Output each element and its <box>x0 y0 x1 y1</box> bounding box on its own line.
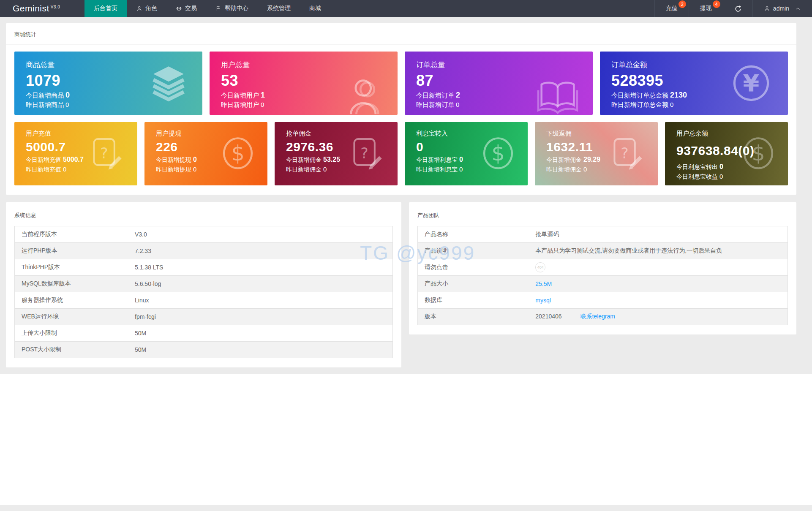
stats-section-title: 商城统计 <box>6 23 796 45</box>
username: admin <box>773 5 789 12</box>
stat-card-interest-in: 利息宝转入 0 今日新增利息宝0 昨日新增利息宝0 $ <box>405 122 528 185</box>
card-value: 87 <box>416 72 593 90</box>
menu-item-system-management[interactable]: 系统管理 <box>258 0 300 17</box>
brand-logo[interactable]: GeministV3.0 <box>0 0 84 17</box>
navbar-right: 充值 2 提现 4 admin <box>654 0 812 17</box>
stat-card-users-total: 用户总量 53 今日新增用户1 昨日新增用户0 <box>210 52 398 115</box>
recharge-label: 充值 <box>666 5 678 12</box>
card-title: 用户总余额 <box>676 130 788 138</box>
menu-label: 帮助中心 <box>225 5 248 12</box>
card-today-line: 今日利息宝转出0 <box>676 163 788 171</box>
card-title: 用户总量 <box>221 60 398 70</box>
table-row: 运行PHP版本7.2.33 <box>15 243 393 259</box>
menu-item-roles[interactable]: 角色 <box>127 0 166 17</box>
card-yesterday-line: 昨日新增订单0 <box>416 101 593 109</box>
card-yesterday-line: 昨日新增利息宝0 <box>416 166 528 174</box>
recharge-button[interactable]: 充值 2 <box>654 0 689 17</box>
card-value: 53 <box>221 72 398 90</box>
stat-cards-row-2: 用户充值 5000.7 今日新增充值5000.7 昨日新增充值0 ? 用户提现 … <box>14 122 788 185</box>
stat-card-user-recharge: 用户充值 5000.7 今日新增充值5000.7 昨日新增充值0 ? <box>14 122 137 185</box>
menu-label: 商城 <box>309 5 321 12</box>
withdraw-badge: 4 <box>713 0 720 8</box>
menu-label: 角色 <box>145 5 157 12</box>
404-badge[interactable]: 404 <box>535 262 545 272</box>
user-icon <box>136 5 142 12</box>
card-yesterday-line: 今日利息宝收益0 <box>676 173 788 181</box>
withdraw-label: 提现 <box>700 5 712 12</box>
card-today-line: 今日新增订单总金额2130 <box>611 91 788 100</box>
system-info-panel: 系统信息 当前程序版本V3.0 运行PHP版本7.2.33 ThinkPHP版本… <box>6 202 401 367</box>
user-menu[interactable]: admin <box>752 0 812 17</box>
menu-item-transactions[interactable]: 交易 <box>166 0 206 17</box>
mall-stats-panel: 商城统计 商品总量 1079 今日新增商品0 昨日新增商品0 <box>6 23 796 195</box>
card-title: 商品总量 <box>26 60 202 70</box>
card-value: 5000.7 <box>26 140 137 154</box>
scales-icon <box>176 5 182 12</box>
card-value: 528395 <box>611 72 788 90</box>
menu-item-dashboard[interactable]: 后台首页 <box>84 0 127 17</box>
page-content: 商城统计 商品总量 1079 今日新增商品0 昨日新增商品0 <box>0 17 812 374</box>
card-title: 抢单佣金 <box>286 130 398 138</box>
product-team-title: 产品团队 <box>409 202 796 226</box>
table-row: WEB运行环境fpm-fcgi <box>15 309 393 325</box>
bottom-panels: 系统信息 当前程序版本V3.0 运行PHP版本7.2.33 ThinkPHP版本… <box>6 202 796 367</box>
stat-cards-row-1: 商品总量 1079 今日新增商品0 昨日新增商品0 用户总量 53 今日新增用 <box>14 52 788 115</box>
system-info-table: 当前程序版本V3.0 运行PHP版本7.2.33 ThinkPHP版本5.1.3… <box>14 226 393 358</box>
card-value: 1079 <box>26 72 202 90</box>
card-title: 用户充值 <box>26 130 137 138</box>
card-yesterday-line: 昨日新增充值0 <box>26 166 137 174</box>
stat-card-order-amount-total: 订单总金额 528395 今日新增订单总金额2130 昨日新增订单总金额0 ¥ <box>600 52 788 115</box>
card-value: 226 <box>156 140 267 154</box>
table-row: 产品说明 本产品只为学习测试交流,请勿要做商业或者用于违法行为,一切后果自负 <box>418 243 788 259</box>
main-menu: 后台首页 角色 交易 帮助中心 系统管理 商城 <box>84 0 330 17</box>
menu-item-mall[interactable]: 商城 <box>300 0 330 17</box>
card-title: 订单总量 <box>416 60 593 70</box>
bottom-gutter <box>0 505 812 511</box>
card-today-line: 今日新增充值5000.7 <box>26 156 137 164</box>
person-icon <box>764 5 770 12</box>
menu-label: 系统管理 <box>267 5 291 12</box>
card-yesterday-line: 昨日新增提现0 <box>156 166 267 174</box>
table-row: MySQL数据库版本5.6.50-log <box>15 276 393 292</box>
stat-card-user-withdraw: 用户提现 226 今日新增提现0 昨日新增提现0 $ <box>144 122 267 185</box>
card-today-line: 今日新增佣金29.29 <box>546 156 658 164</box>
stat-card-goods-total: 商品总量 1079 今日新增商品0 昨日新增商品0 <box>14 52 202 115</box>
telegram-contact-link[interactable]: 联系telegram <box>580 313 615 320</box>
stat-card-downline-rebate: 下级返佣 1632.11 今日新增佣金29.29 昨日新增佣金0 ? <box>535 122 658 185</box>
refresh-icon <box>734 5 741 12</box>
brand-version: V3.0 <box>51 5 60 9</box>
flag-icon <box>215 5 222 12</box>
table-row: 版本 20210406 联系telegram <box>418 309 788 325</box>
card-value: 2976.36 <box>286 140 398 154</box>
card-yesterday-line: 昨日新增订单总金额0 <box>611 101 788 109</box>
product-team-panel: 产品团队 产品名称 抢单源码 产品说明 本产品只为学习测试交流,请勿要做商业或者… <box>409 202 796 334</box>
table-row: 上传大小限制50M <box>15 325 393 342</box>
card-today-line: 今日新增利息宝0 <box>416 156 528 164</box>
card-yesterday-line: 昨日新增佣金0 <box>546 166 658 174</box>
menu-item-help-center[interactable]: 帮助中心 <box>206 0 258 17</box>
card-yesterday-line: 昨日新增用户0 <box>221 101 398 109</box>
card-today-line: 今日新增佣金53.25 <box>286 156 398 164</box>
refresh-button[interactable] <box>723 0 752 17</box>
card-value: 1632.11 <box>546 140 658 154</box>
menu-label: 后台首页 <box>94 5 117 12</box>
top-navbar: GeministV3.0 后台首页 角色 交易 帮助中心 系统管理 商城 充值 … <box>0 0 812 17</box>
brand-name: Geminist <box>13 3 49 14</box>
stat-card-user-total-balance: 用户总余额 937638.84(0) 今日利息宝转出0 今日利息宝收益0 $ <box>665 122 788 185</box>
card-title: 利息宝转入 <box>416 130 528 138</box>
card-yesterday-line: 昨日新增商品0 <box>26 101 202 109</box>
card-value: 0 <box>416 140 528 154</box>
table-row: 产品名称 抢单源码 <box>418 226 788 243</box>
menu-label: 交易 <box>185 5 197 12</box>
card-today-line: 今日新增提现0 <box>156 156 267 164</box>
product-size-link[interactable]: 25.5M <box>535 280 552 287</box>
stat-cards: 商品总量 1079 今日新增商品0 昨日新增商品0 用户总量 53 今日新增用 <box>6 45 796 195</box>
withdraw-button[interactable]: 提现 4 <box>689 0 723 17</box>
card-title: 订单总金额 <box>611 60 788 70</box>
table-row: 当前程序版本V3.0 <box>15 226 393 243</box>
chevron-up-icon <box>795 5 801 12</box>
table-row: ThinkPHP版本5.1.38 LTS <box>15 259 393 276</box>
database-link[interactable]: mysql <box>535 297 551 304</box>
card-title: 下级返佣 <box>546 130 658 138</box>
table-row: POST大小限制50M <box>15 342 393 358</box>
